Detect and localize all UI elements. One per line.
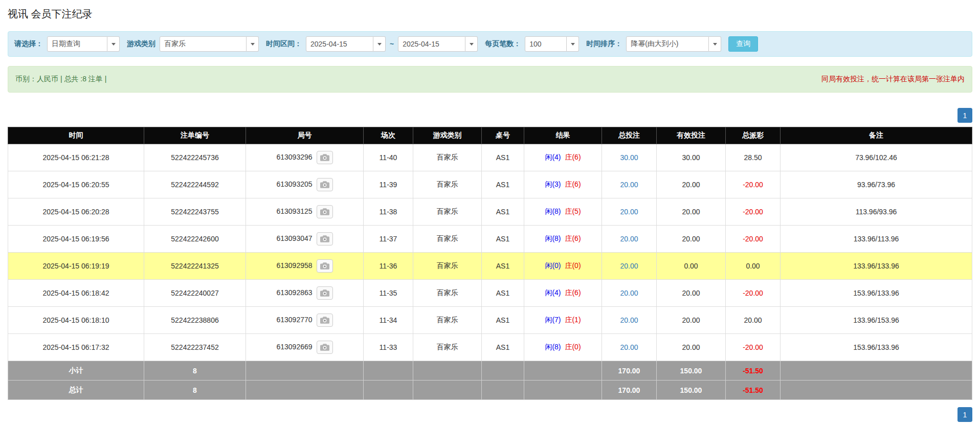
camera-icon	[320, 262, 329, 270]
camera-icon-button[interactable]	[317, 341, 333, 354]
player-result: 闲(4)	[545, 153, 561, 161]
game-type-label: 游戏类别	[127, 39, 155, 49]
cell-note: 153.96/133.96	[781, 280, 972, 307]
cell-valid-bet: 0.00	[657, 253, 726, 280]
cell-result: 闲(7) 庄(1)	[524, 307, 602, 334]
cell-round-id: 613093125	[246, 198, 364, 226]
date-from-caret-button[interactable]	[373, 36, 386, 52]
header-result: 结果	[524, 127, 602, 144]
date-to-input[interactable]	[398, 36, 465, 52]
cell-total-bet: 20.00	[602, 171, 657, 198]
select-type-label: 请选择：	[14, 39, 43, 49]
cell-valid-bet: 20.00	[657, 226, 726, 253]
header-round-id: 局号	[246, 127, 364, 144]
cell-time: 2025-04-15 06:17:32	[8, 334, 144, 361]
cell-game-type: 百家乐	[413, 171, 482, 198]
cell-payout: -20.00	[726, 280, 781, 307]
subtotal-row: 小计 8 170.00 150.00 -51.50	[8, 361, 972, 381]
cell-round-id: 613093296	[246, 144, 364, 171]
player-result: 闲(8)	[545, 343, 561, 351]
cell-note: 93.96/73.96	[781, 171, 972, 198]
cell-time: 2025-04-15 06:19:56	[8, 226, 144, 253]
cell-payout: 20.00	[726, 307, 781, 334]
cell-game-type: 百家乐	[413, 226, 482, 253]
select-type-input[interactable]	[47, 36, 107, 52]
table-row: 2025-04-15 06:17:32 522422237452 6130926…	[8, 334, 972, 361]
cell-table-no: AS1	[482, 334, 524, 361]
date-to-combo	[398, 36, 478, 52]
cell-bet-id: 522422244592	[144, 171, 246, 198]
cell-game-type: 百家乐	[413, 198, 482, 226]
pagination-bottom-page-1-button[interactable]: 1	[957, 407, 972, 422]
total-bet-link[interactable]: 20.00	[620, 289, 638, 297]
banker-result: 庄(1)	[565, 316, 581, 324]
cell-bet-id: 522422245736	[144, 144, 246, 171]
sort-order-caret-button[interactable]	[709, 36, 721, 52]
cell-time: 2025-04-15 06:18:42	[8, 280, 144, 307]
player-result: 闲(3)	[545, 180, 561, 188]
cell-result: 闲(3) 庄(6)	[524, 171, 602, 198]
header-note: 备注	[781, 127, 972, 144]
camera-icon-button[interactable]	[317, 286, 333, 300]
camera-icon-button[interactable]	[317, 151, 333, 164]
pagination-top: 1	[8, 108, 972, 123]
cell-game-type: 百家乐	[413, 253, 482, 280]
cell-game-type: 百家乐	[413, 334, 482, 361]
cell-round-id: 613093047	[246, 226, 364, 253]
page-size-caret-button[interactable]	[567, 36, 579, 52]
camera-icon-button[interactable]	[317, 314, 333, 327]
date-from-input[interactable]	[306, 36, 373, 52]
search-button[interactable]: 查询	[728, 36, 758, 52]
game-type-input[interactable]	[160, 36, 247, 52]
total-bet-link[interactable]: 20.00	[620, 181, 638, 189]
camera-icon-button[interactable]	[317, 205, 333, 218]
cell-result: 闲(8) 庄(0)	[524, 334, 602, 361]
cell-valid-bet: 20.00	[657, 198, 726, 226]
camera-icon-button[interactable]	[317, 178, 333, 191]
cell-total-bet: 30.00	[602, 144, 657, 171]
select-type-caret-button[interactable]	[107, 36, 120, 52]
banker-result: 庄(5)	[565, 207, 581, 215]
total-bet-link[interactable]: 20.00	[620, 316, 638, 324]
camera-icon-button[interactable]	[317, 232, 333, 246]
cell-payout: 0.00	[726, 253, 781, 280]
banker-result: 庄(0)	[565, 261, 581, 270]
cell-payout: -20.00	[726, 226, 781, 253]
table-header: 时间 注单编号 局号 场次 游戏类别 桌号 结果 总投注 有效投注 总派彩 备注	[8, 127, 972, 144]
total-bet-link[interactable]: 20.00	[620, 262, 638, 270]
total-bet-link[interactable]: 20.00	[620, 343, 638, 351]
cell-round-id: 613092770	[246, 307, 364, 334]
cell-result: 闲(8) 庄(6)	[524, 226, 602, 253]
round-id-text: 613093047	[276, 234, 312, 242]
camera-icon-button[interactable]	[317, 259, 333, 273]
cell-round-id: 613092958	[246, 253, 364, 280]
page: 视讯 会员下注纪录 请选择： 游戏类别 时间区间： ~ 每页笔数： 时间排序：	[0, 0, 980, 422]
cell-round-id: 613092669	[246, 334, 364, 361]
round-id-text: 613093205	[276, 180, 312, 188]
total-bet-link[interactable]: 30.00	[620, 153, 638, 162]
cell-session: 11-39	[364, 171, 413, 198]
page-size-input[interactable]	[525, 36, 567, 52]
pagination-page-1-button[interactable]: 1	[957, 108, 972, 123]
cell-payout: -20.00	[726, 334, 781, 361]
time-range-label: 时间区间：	[266, 39, 302, 49]
header-table-no: 桌号	[482, 127, 524, 144]
cell-bet-id: 522422243755	[144, 198, 246, 226]
round-id-text: 613092770	[276, 316, 312, 324]
total-bet-link[interactable]: 20.00	[620, 208, 638, 216]
chevron-down-icon	[470, 43, 474, 46]
camera-icon	[320, 154, 329, 161]
banker-result: 庄(6)	[565, 180, 581, 188]
page-size-combo	[525, 36, 579, 52]
game-type-caret-button[interactable]	[247, 36, 259, 52]
cell-result: 闲(8) 庄(5)	[524, 198, 602, 226]
cell-valid-bet: 20.00	[657, 280, 726, 307]
cell-total-bet: 20.00	[602, 253, 657, 280]
cell-note: 133.96/153.96	[781, 307, 972, 334]
date-to-caret-button[interactable]	[465, 36, 478, 52]
sort-order-input[interactable]	[626, 36, 709, 52]
header-payout: 总派彩	[726, 127, 781, 144]
cell-total-bet: 20.00	[602, 334, 657, 361]
cell-bet-id: 522422238806	[144, 307, 246, 334]
total-bet-link[interactable]: 20.00	[620, 235, 638, 243]
